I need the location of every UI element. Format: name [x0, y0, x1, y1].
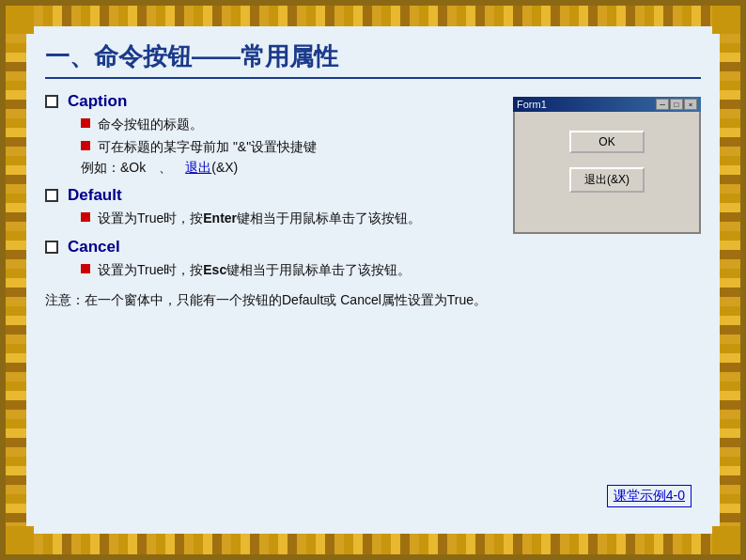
maximize-button[interactable]: □ — [670, 99, 683, 110]
border-top — [6, 6, 740, 26]
slide-container: 一、命令按钮——常用属性 Caption 命令按钮的标题。 — [0, 0, 746, 560]
ok-button[interactable]: OK — [569, 131, 645, 153]
demo-link[interactable]: 课堂示例4-0 — [607, 485, 692, 507]
bullet-icon — [81, 141, 90, 150]
corner-bl — [6, 526, 34, 554]
checkbox-default — [45, 189, 58, 202]
checkbox-caption — [45, 95, 58, 108]
cancel-label: Cancel — [68, 238, 120, 257]
bullet-text: 设置为True时，按Esc键相当于用鼠标单击了该按钮。 — [98, 260, 504, 280]
bullet-item: 命令按钮的标题。 — [81, 115, 504, 134]
bullet-item: 设置为True时，按Enter键相当于用鼠标单击了该按钮。 — [81, 209, 504, 228]
default-bullets: 设置为True时，按Enter键相当于用鼠标单击了该按钮。 — [45, 209, 504, 228]
caption-label: Caption — [68, 92, 127, 111]
property-cancel: Cancel 设置为True时，按Esc键相当于用鼠标单击了该按钮。 — [45, 238, 504, 280]
slide-title: 一、命令按钮——常用属性 — [45, 40, 701, 79]
cancel-header: Cancel — [45, 238, 504, 257]
content-area: Caption 命令按钮的标题。 可在标题的某字母前加 "&"设置快捷键 — [45, 92, 701, 310]
corner-tl — [6, 6, 34, 34]
win-controls: ─ □ × — [656, 99, 697, 110]
bullet-icon — [81, 118, 90, 128]
bullet-text: 设置为True时，按Enter键相当于用鼠标单击了该按钮。 — [98, 209, 504, 228]
border-right — [720, 6, 740, 554]
exit-link: 退出 — [185, 160, 211, 175]
property-default: Default 设置为True时，按Enter键相当于用鼠标单击了该按钮。 — [45, 186, 504, 228]
bullet-item: 设置为True时，按Esc键相当于用鼠标单击了该按钮。 — [81, 260, 504, 280]
close-button[interactable]: × — [684, 99, 697, 110]
bullet-icon — [81, 212, 90, 222]
default-header: Default — [45, 186, 504, 205]
default-label: Default — [68, 186, 122, 205]
bullet-item: 可在标题的某字母前加 "&"设置快捷键 — [81, 137, 504, 157]
caption-header: Caption — [45, 92, 504, 111]
bullet-icon — [81, 264, 90, 273]
corner-tr — [712, 6, 740, 34]
cancel-bullets: 设置为True时，按Esc键相当于用鼠标单击了该按钮。 — [45, 260, 504, 280]
win-form-mockup: Form1 ─ □ × OK 退出(&X — [513, 97, 701, 310]
exit-button[interactable]: 退出(&X) — [569, 167, 645, 193]
border-bottom — [6, 534, 740, 554]
bullet-text: 命令按钮的标题。 — [98, 115, 504, 134]
caption-bullets: 命令按钮的标题。 可在标题的某字母前加 "&"设置快捷键 — [45, 115, 504, 157]
maximize-icon: □ — [675, 101, 679, 109]
note-section: 注意：在一个窗体中，只能有一个按钮的Default或 Cancel属性设置为Tr… — [45, 289, 504, 310]
corner-br — [712, 526, 740, 554]
border-left — [6, 6, 26, 554]
slide-inner: 一、命令按钮——常用属性 Caption 命令按钮的标题。 — [26, 26, 720, 534]
bullet-text: 可在标题的某字母前加 "&"设置快捷键 — [98, 137, 504, 157]
close-icon: × — [689, 101, 693, 109]
property-caption: Caption 命令按钮的标题。 可在标题的某字母前加 "&"设置快捷键 — [45, 92, 504, 177]
win-body: OK 退出(&X) — [513, 112, 701, 234]
win-titlebar: Form1 ─ □ × — [513, 97, 701, 112]
minimize-icon: ─ — [660, 101, 665, 109]
caption-example: 例如：&Ok 、 退出(&X) — [45, 160, 504, 177]
win-title: Form1 — [517, 99, 547, 110]
minimize-button[interactable]: ─ — [656, 99, 669, 110]
checkbox-cancel — [45, 241, 58, 254]
text-content: Caption 命令按钮的标题。 可在标题的某字母前加 "&"设置快捷键 — [45, 92, 504, 310]
